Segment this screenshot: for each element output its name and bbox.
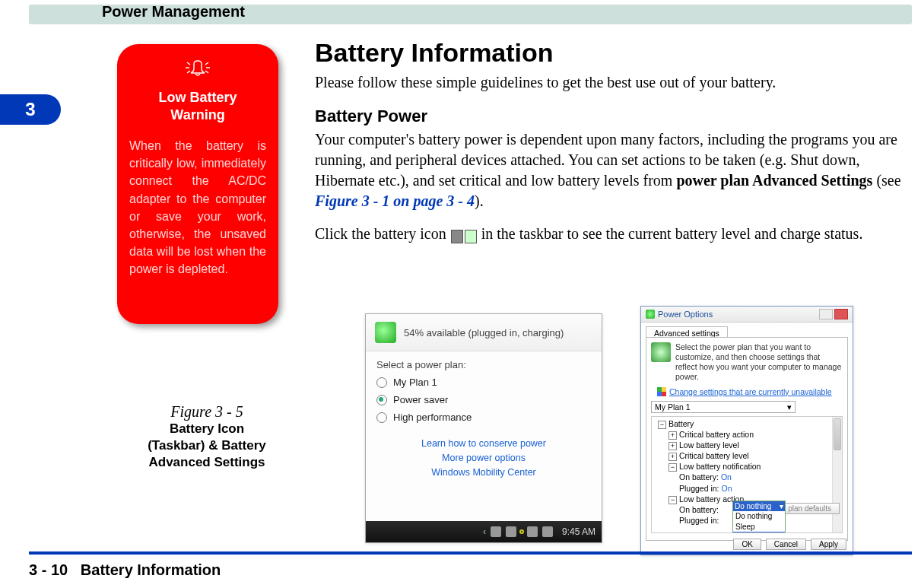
dialog-titlebar: Power Options [641,307,853,323]
select-plan-label: Select a power plan: [366,351,602,373]
warning-heading: Low Battery Warning [129,89,266,123]
tray-monitor-icon[interactable] [506,526,516,537]
dropdown-option-hibernate[interactable]: Hibernate [733,532,785,533]
taskbar-clock: 9:45 AM [562,526,595,537]
page-heading: Battery Information [315,38,912,68]
battery-status-text: 54% available (plugged in, charging) [404,327,564,338]
p3-part1: Click the battery icon [315,225,450,242]
figure-number: Figure 3 - 5 [117,403,297,421]
tab-advanced-settings[interactable]: Advanced settings [646,326,728,338]
action-dropdown-popup[interactable]: Do nothing▾ Do nothing Sleep Hibernate S… [732,501,786,533]
tree-critical-action: Critical battery action [679,430,754,439]
tray-generic-icon[interactable] [527,526,538,537]
tree-scrollbar[interactable] [832,417,842,532]
main-content: Battery Information Please follow these … [315,38,912,258]
svg-line-0 [187,62,190,65]
plan-option-highperf[interactable]: High performance [366,408,602,426]
tree-collapse-icon[interactable]: − [669,496,677,504]
battery-power-paragraph: Your computer's battery power is depende… [315,129,912,211]
p2-part3: ). [475,192,484,209]
plan-option-powersaver[interactable]: Power saver [366,391,602,408]
figure-caption-line2: (Taskbar) & Battery [148,438,266,453]
tree-collapse-icon[interactable]: − [658,421,666,429]
battery-charging-icon [465,230,477,243]
tray-network-icon[interactable] [491,526,501,537]
warning-body: When the battery is critically low, imme… [129,137,266,278]
plan-option-myplan1[interactable]: My Plan 1 [366,373,602,391]
tree-low-action-on-battery: On battery: [679,505,719,514]
chevron-down-icon: ▾ [780,501,783,512]
p2-bold: power plan Advanced Settings [676,172,872,189]
tree-collapse-icon[interactable]: − [669,463,677,472]
dropdown-option-sleep[interactable]: Sleep [733,522,785,532]
warning-heading-line1: Low Battery [158,90,237,105]
tree-expand-icon[interactable]: + [669,453,677,461]
link-more-power-options[interactable]: More power options [372,451,595,466]
footer-page-number: 3 - 10 [29,561,68,578]
battery-status-row: 54% available (plugged in, charging) [366,314,602,351]
tray-volume-icon[interactable] [542,526,553,537]
cancel-button[interactable]: Cancel [766,539,806,550]
plan-label-0: My Plan 1 [393,377,437,388]
tree-low-action-plugged-in: Plugged in: [679,516,719,525]
svg-line-2 [187,71,190,73]
subheading-battery-power: Battery Power [315,106,912,126]
svg-line-5 [205,71,208,73]
close-button[interactable] [834,309,848,319]
battery-large-icon [651,342,671,362]
scrollbar-thumb[interactable] [834,418,841,450]
tree-on-battery-label: On battery: [679,472,719,482]
tree-low-notification: Low battery notification [679,462,761,471]
link-mobility-center[interactable]: Windows Mobility Center [372,466,595,480]
plan-select-dropdown[interactable]: My Plan 1 ▾ [651,401,796,413]
chapter-tab: 3 [0,94,61,125]
chevron-down-icon: ▾ [787,402,792,412]
intro-paragraph: Please follow these simple guidelines to… [315,72,912,93]
ok-button[interactable]: OK [733,539,761,550]
figure-caption-line1: Battery Icon [170,421,244,436]
dialog-description: Select the power plan that you want to c… [675,342,843,383]
link-conserve-power[interactable]: Learn how to conserve power [372,437,595,451]
figure-caption: Figure 3 - 5 Battery Icon (Taskbar) & Ba… [117,403,297,471]
shield-icon [657,387,666,396]
footer: 3 - 10 Battery Information [29,561,221,579]
dropdown-option-donothing[interactable]: Do nothing [733,511,785,522]
radio-icon [376,377,387,388]
screenshot-battery-taskbar-popup: 54% available (plugged in, charging) Sel… [365,313,602,543]
tray-battery-icon-highlighted[interactable] [521,531,522,532]
help-button[interactable] [819,309,833,319]
footer-rule [29,551,912,555]
svg-line-3 [205,62,208,65]
settings-tree[interactable]: −Battery +Critical battery action +Low b… [651,416,843,533]
tree-plugged-in-label: Plugged in: [679,484,719,493]
dropdown-current: Do nothing [735,501,771,512]
plan-select-value: My Plan 1 [655,402,691,412]
radio-icon-selected [376,395,387,405]
taskbar: ‹ 9:45 AM [366,521,602,542]
tree-plugged-in-value[interactable]: On [721,484,732,493]
figure-caption-line3: Advanced Settings [148,455,265,469]
radio-icon [376,412,387,423]
click-battery-icon-paragraph: Click the battery icon in the taskbar to… [315,224,912,246]
tree-low-level: Low battery level [679,440,739,450]
p3-part2: in the taskbar to see the current batter… [481,225,863,242]
power-links: Learn how to conserve power More power o… [366,426,602,485]
section-title: Power Management [102,3,245,21]
warning-box: Low Battery Warning When the battery is … [117,44,278,324]
tray-arrow-icon[interactable]: ‹ [483,526,486,537]
tree-expand-icon[interactable]: + [669,442,677,450]
tree-expand-icon[interactable]: + [669,431,677,440]
screenshot-power-options-dialog: Power Options Advanced settings Select t… [640,306,853,555]
bell-icon [129,59,266,83]
figure-reference-link[interactable]: Figure 3 - 1 on page 3 - 4 [315,192,475,209]
link-change-unavailable-settings[interactable]: Change settings that are currently unava… [657,387,843,396]
apply-button[interactable]: Apply [811,539,846,550]
tree-root: Battery [669,419,694,428]
plug-icon [375,322,396,343]
plan-label-1: Power saver [393,394,448,405]
dialog-title: Power Options [658,310,713,319]
link-change-unavailable-settings-text: Change settings that are currently unava… [669,387,832,396]
warning-heading-line2: Warning [170,107,224,122]
tree-on-battery-value[interactable]: On [721,472,732,482]
dialog-panel: Select the power plan that you want to c… [646,337,848,541]
